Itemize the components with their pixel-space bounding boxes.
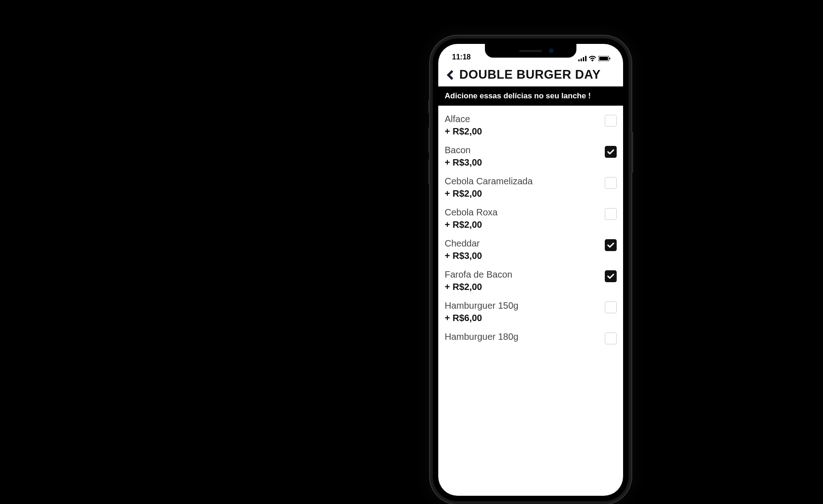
item-name: Cheddar: [445, 238, 605, 249]
item-checkbox[interactable]: [605, 332, 617, 344]
item-price: + R$2,00: [445, 188, 605, 199]
item-checkbox[interactable]: [605, 239, 617, 251]
list-item: Alface+ R$2,00: [445, 106, 617, 137]
check-icon: [607, 241, 614, 249]
item-price: + R$3,00: [445, 157, 605, 168]
section-header: Adicione essas delícias no seu lanche !: [438, 86, 623, 106]
mute-switch: [428, 100, 430, 113]
item-price: + R$2,00: [445, 282, 605, 292]
wifi-icon: [589, 56, 596, 61]
item-name: Farofa de Bacon: [445, 269, 605, 280]
item-name: Cebola Roxa: [445, 207, 605, 218]
item-info: Hamburguer 150g+ R$6,00: [445, 300, 605, 323]
item-checkbox[interactable]: [605, 270, 617, 282]
svg-rect-6: [609, 58, 610, 59]
list-item: Cebola Roxa+ R$2,00: [445, 199, 617, 230]
svg-rect-0: [578, 59, 580, 61]
item-price: + R$2,00: [445, 220, 605, 230]
notch-speaker: [519, 50, 542, 52]
check-icon: [607, 148, 614, 155]
check-icon: [607, 273, 614, 280]
item-name: Bacon: [445, 145, 605, 155]
volume-up-button: [428, 127, 430, 152]
phone-frame: 11:18: [430, 36, 631, 504]
addons-list: Alface+ R$2,00Bacon+ R$3,00Cebola Carame…: [438, 106, 623, 344]
item-checkbox[interactable]: [605, 208, 617, 220]
list-item: Bacon+ R$3,00: [445, 137, 617, 168]
item-info: Alface+ R$2,00: [445, 114, 605, 137]
item-checkbox[interactable]: [605, 301, 617, 313]
item-name: Hamburguer 150g: [445, 300, 605, 311]
status-icons: [578, 56, 610, 61]
svg-rect-2: [583, 57, 584, 61]
svg-rect-5: [599, 57, 608, 60]
cellular-signal-icon: [578, 56, 586, 61]
item-price: + R$2,00: [445, 126, 605, 137]
notch-camera: [549, 48, 554, 53]
list-item: Cebola Caramelizada+ R$2,00: [445, 168, 617, 199]
phone-notch: [485, 44, 576, 58]
item-info: Bacon+ R$3,00: [445, 145, 605, 168]
battery-icon: [598, 56, 610, 61]
item-checkbox[interactable]: [605, 146, 617, 158]
item-name: Cebola Caramelizada: [445, 176, 605, 187]
chevron-left-icon: [446, 70, 454, 80]
svg-rect-3: [585, 56, 586, 61]
back-button[interactable]: [445, 69, 456, 81]
power-button: [631, 132, 633, 173]
item-checkbox[interactable]: [605, 115, 617, 127]
app-header: DOUBLE BURGER DAY: [438, 62, 623, 86]
page-title: DOUBLE BURGER DAY: [459, 68, 601, 82]
item-info: Cebola Caramelizada+ R$2,00: [445, 176, 605, 199]
item-info: Cheddar+ R$3,00: [445, 238, 605, 261]
item-price: + R$3,00: [445, 251, 605, 261]
item-info: Hamburguer 180g: [445, 332, 605, 344]
item-name: Hamburguer 180g: [445, 332, 605, 342]
item-price: + R$6,00: [445, 313, 605, 323]
list-item: Hamburguer 180g: [445, 323, 617, 344]
list-item: Hamburguer 150g+ R$6,00: [445, 292, 617, 323]
phone-inner: 11:18: [433, 38, 629, 501]
item-info: Farofa de Bacon+ R$2,00: [445, 269, 605, 292]
item-info: Cebola Roxa+ R$2,00: [445, 207, 605, 230]
status-time: 11:18: [452, 53, 471, 61]
list-item: Cheddar+ R$3,00: [445, 230, 617, 261]
svg-rect-1: [581, 59, 582, 61]
phone-screen: 11:18: [438, 44, 623, 496]
item-name: Alface: [445, 114, 605, 124]
volume-down-button: [428, 159, 430, 184]
list-item: Farofa de Bacon+ R$2,00: [445, 261, 617, 292]
item-checkbox[interactable]: [605, 177, 617, 189]
